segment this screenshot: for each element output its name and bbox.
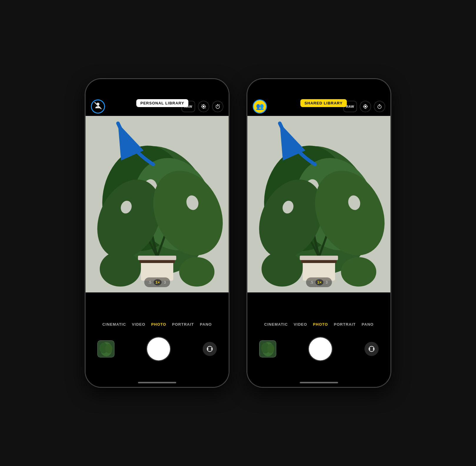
flip-icon-shared: [368, 345, 375, 353]
bottom-bar-shared: [247, 337, 390, 360]
live-icon: [201, 104, 206, 109]
svg-point-74: [341, 257, 376, 287]
zoom-3x-shared[interactable]: 3: [326, 280, 328, 284]
shutter-button-shared[interactable]: [309, 337, 332, 360]
svg-line-14: [219, 104, 220, 105]
camera-view-shared: 👥 ⌃ RAW: [247, 79, 390, 387]
svg-point-42: [105, 344, 112, 353]
thumbnail-img-shared: [259, 341, 276, 357]
thumbnail-shared[interactable]: [259, 340, 276, 357]
library-label-shared: SHARED LIBRARY: [300, 99, 347, 107]
live-button-personal[interactable]: [198, 101, 209, 112]
zoom-controls-shared: .5 1× 3: [306, 277, 332, 287]
mode-photo-personal[interactable]: PHOTO: [151, 322, 166, 327]
zoom-controls-personal: .5 1× 3: [144, 277, 170, 287]
mode-strip-shared: CINEMATIC VIDEO PHOTO PORTRAIT PANO: [247, 322, 390, 327]
flip-camera-button-personal[interactable]: [203, 342, 217, 356]
mode-cinematic-personal[interactable]: CINEMATIC: [102, 322, 126, 327]
raw-label-shared: RAW: [346, 105, 354, 108]
zoom-3x-personal[interactable]: 3: [164, 280, 166, 284]
svg-point-78: [267, 344, 274, 353]
mode-photo-shared[interactable]: PHOTO: [313, 322, 328, 327]
zoom-05-shared[interactable]: .5: [310, 280, 313, 284]
arrow-shared: [262, 109, 327, 167]
bottom-bar-personal: [86, 337, 229, 360]
zoom-1x-personal[interactable]: 1×: [154, 279, 162, 285]
thumbnail-img-personal: [98, 341, 114, 357]
live-button-shared[interactable]: [360, 101, 371, 112]
phone-personal: ⌃ RAW: [85, 79, 229, 387]
svg-rect-35: [138, 256, 176, 260]
dynamic-island-shared: [301, 83, 337, 92]
home-indicator-shared: [300, 382, 338, 383]
phone-body-shared: 👥 ⌃ RAW: [247, 79, 391, 387]
svg-line-9: [201, 104, 202, 105]
svg-point-3: [203, 106, 204, 107]
svg-point-45: [365, 106, 366, 107]
zoom-1x-shared[interactable]: 1×: [315, 279, 323, 285]
svg-rect-72: [301, 260, 337, 263]
mode-pano-shared[interactable]: PANO: [362, 322, 374, 327]
main-scene: ⌃ RAW: [0, 0, 476, 466]
svg-point-38: [179, 257, 214, 287]
mode-video-personal[interactable]: VIDEO: [132, 322, 145, 327]
live-icon-shared: [363, 104, 368, 109]
mode-portrait-shared[interactable]: PORTRAIT: [334, 322, 356, 327]
mode-pano-personal[interactable]: PANO: [200, 322, 212, 327]
camera-view-personal: ⌃ RAW: [86, 79, 229, 387]
flip-camera-button-shared[interactable]: [365, 342, 379, 356]
mode-cinematic-shared[interactable]: CINEMATIC: [264, 322, 288, 327]
timer-button-personal[interactable]: [212, 101, 223, 112]
mode-strip-personal: CINEMATIC VIDEO PHOTO PORTRAIT PANO: [86, 322, 229, 327]
svg-point-73: [262, 251, 303, 287]
mode-portrait-personal[interactable]: PORTRAIT: [172, 322, 194, 327]
timer-icon-shared: [377, 104, 382, 109]
dynamic-island-personal: [139, 83, 175, 92]
timer-button-shared[interactable]: [374, 101, 385, 112]
flip-icon-personal: [206, 345, 214, 353]
timer-icon: [215, 104, 220, 109]
phone-body-personal: ⌃ RAW: [85, 79, 229, 387]
top-controls-right-shared: RAW: [343, 101, 385, 112]
shutter-button-personal[interactable]: [147, 337, 170, 360]
library-label-personal: PERSONAL LIBRARY: [136, 99, 188, 107]
svg-point-37: [100, 251, 141, 287]
zoom-05-personal[interactable]: .5: [148, 280, 151, 284]
svg-rect-71: [300, 256, 338, 260]
thumbnail-personal[interactable]: [97, 340, 114, 357]
home-indicator-personal: [138, 382, 176, 383]
svg-line-10: [205, 108, 206, 109]
svg-rect-36: [139, 260, 175, 263]
arrow-personal: [100, 109, 165, 167]
mode-video-shared[interactable]: VIDEO: [294, 322, 307, 327]
phone-shared: 👥 ⌃ RAW: [247, 79, 391, 387]
svg-line-16: [216, 105, 216, 106]
